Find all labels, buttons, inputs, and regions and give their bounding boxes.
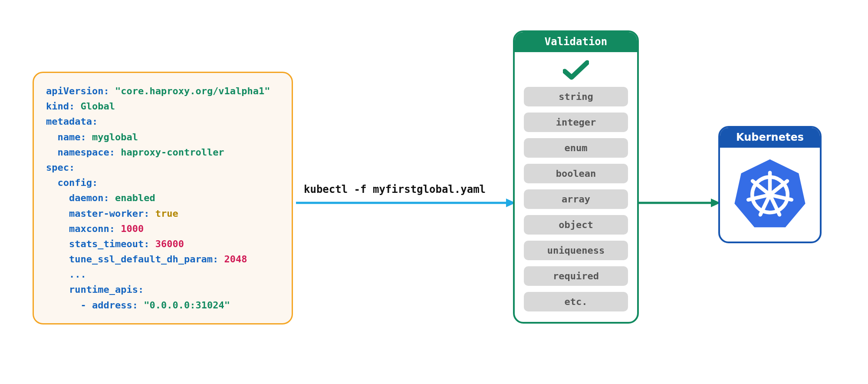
yaml-string: "0.0.0.0:31024" bbox=[144, 300, 230, 311]
validation-pill: integer bbox=[524, 113, 628, 132]
yaml-value: myglobal bbox=[92, 132, 138, 142]
yaml-number: 1000 bbox=[121, 223, 144, 234]
validation-pill: array bbox=[524, 189, 628, 209]
yaml-key: spec: bbox=[46, 162, 75, 173]
kubernetes-card: Kubernetes bbox=[718, 126, 822, 243]
yaml-config-card: apiVersion: "core.haproxy.org/v1alpha1" … bbox=[33, 72, 293, 324]
yaml-ellipsis: ... bbox=[69, 269, 86, 280]
validation-card: Validation string integer enum boolean a… bbox=[513, 30, 639, 324]
validation-pill: boolean bbox=[524, 164, 628, 183]
yaml-key: maxconn: bbox=[69, 223, 115, 234]
yaml-value: enabled bbox=[115, 192, 155, 203]
yaml-key: master-worker: bbox=[69, 208, 149, 219]
yaml-key: stats_timeout: bbox=[69, 238, 149, 249]
validation-pill: etc. bbox=[524, 292, 628, 311]
arrow-validation-to-k8s bbox=[638, 196, 720, 209]
validation-pill: uniqueness bbox=[524, 241, 628, 260]
yaml-value: Global bbox=[80, 101, 115, 112]
kubernetes-title: Kubernetes bbox=[720, 128, 820, 148]
kubectl-command: kubectl -f myfirstglobal.yaml bbox=[304, 183, 486, 195]
yaml-value: haproxy-controller bbox=[121, 147, 224, 158]
check-icon bbox=[563, 60, 589, 81]
arrow-yaml-to-validation bbox=[295, 196, 516, 209]
yaml-number: 2048 bbox=[224, 254, 247, 265]
yaml-key: metadata: bbox=[46, 116, 98, 127]
yaml-key: address: bbox=[92, 300, 138, 311]
yaml-key: namespace: bbox=[58, 147, 115, 158]
yaml-string: "core.haproxy.org/v1alpha1" bbox=[115, 86, 270, 96]
yaml-number: 36000 bbox=[155, 238, 184, 249]
yaml-key: kind: bbox=[46, 101, 75, 112]
diagram-canvas: apiVersion: "core.haproxy.org/v1alpha1" … bbox=[0, 0, 868, 384]
validation-pill: enum bbox=[524, 138, 628, 158]
yaml-dash: - bbox=[80, 300, 92, 311]
validation-title: Validation bbox=[515, 32, 637, 52]
yaml-key: runtime_apis: bbox=[69, 284, 144, 295]
yaml-bool: true bbox=[155, 208, 178, 219]
yaml-key: daemon: bbox=[69, 192, 109, 203]
validation-pill: string bbox=[524, 87, 628, 106]
yaml-key: config: bbox=[58, 177, 98, 188]
kubernetes-logo-icon bbox=[733, 156, 807, 230]
validation-pill: object bbox=[524, 215, 628, 235]
validation-pill: required bbox=[524, 266, 628, 286]
yaml-key: apiVersion: bbox=[46, 86, 109, 96]
yaml-key: name: bbox=[58, 132, 86, 142]
yaml-key: tune_ssl_default_dh_param: bbox=[69, 254, 218, 265]
